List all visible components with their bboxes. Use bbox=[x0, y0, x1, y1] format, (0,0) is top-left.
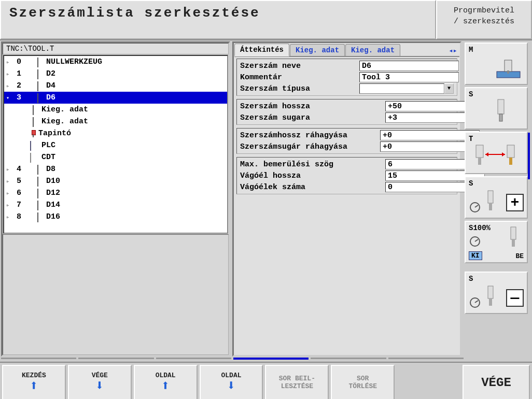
side-s-button[interactable]: S bbox=[465, 87, 528, 130]
expand-icon[interactable]: ▹ bbox=[6, 83, 11, 89]
side-s2-label: S bbox=[469, 179, 473, 188]
softkey-start[interactable]: KEZDÉS ⬆ bbox=[2, 365, 66, 399]
arrow-up-icon: ⬆ bbox=[30, 379, 38, 394]
tab-scroll-icon[interactable]: ◂▸ bbox=[446, 45, 459, 56]
softkey-insert-row[interactable]: SOR BEIL- LESZTÉSE bbox=[265, 365, 329, 399]
cut-count-label: Vágóélek száma bbox=[240, 183, 385, 192]
tree-row[interactable]: ▹0NULLWERKZEUG bbox=[4, 56, 227, 68]
softkey-vege[interactable]: VÉGE bbox=[463, 365, 530, 399]
side-m-button[interactable]: M bbox=[465, 42, 528, 85]
tree-row[interactable]: ▹1D2 bbox=[4, 68, 227, 80]
softkey-end[interactable]: VÉGE ⬇ bbox=[68, 365, 132, 399]
tool-number: 1 bbox=[17, 69, 35, 78]
tool-number: 8 bbox=[17, 212, 35, 221]
tool-name: D6 bbox=[46, 93, 55, 102]
svg-rect-1 bbox=[505, 60, 512, 72]
tree-row[interactable]: Tapintó bbox=[4, 127, 227, 139]
expand-icon[interactable]: ▹ bbox=[6, 214, 11, 220]
tool-number: 7 bbox=[17, 201, 35, 209]
tool-name: D2 bbox=[46, 69, 55, 78]
expand-icon[interactable]: ▾ bbox=[6, 95, 11, 101]
side-s-label: S bbox=[469, 90, 473, 98]
softkey-page-down[interactable]: OLDAL ⬇ bbox=[200, 365, 263, 399]
side-t-button[interactable]: T bbox=[465, 132, 528, 174]
svg-line-21 bbox=[475, 301, 478, 303]
tool-radius-label: Szerszám sugara bbox=[240, 113, 385, 122]
expand-icon[interactable]: ▹ bbox=[6, 59, 11, 65]
dial-icon bbox=[469, 296, 481, 309]
expand-icon[interactable]: ▹ bbox=[6, 71, 11, 77]
tool-name-field[interactable] bbox=[359, 61, 459, 71]
tool-number: 2 bbox=[17, 81, 35, 90]
side-s-minus-button[interactable]: S — bbox=[465, 272, 528, 314]
side-s100-button[interactable]: S100% KI BE bbox=[465, 221, 528, 263]
tree-row[interactable]: ▹6D12 bbox=[4, 187, 227, 199]
tree-row[interactable]: ▹4D8 bbox=[4, 163, 227, 175]
tree-row[interactable]: PLC bbox=[4, 139, 227, 151]
radius-oversize-label: Szerszámsugár ráhagyása bbox=[240, 142, 380, 151]
comment-label: Kommentár bbox=[240, 73, 359, 82]
comment-field[interactable] bbox=[359, 72, 459, 82]
svg-rect-23 bbox=[489, 298, 492, 306]
arrow-down-icon: ⬇ bbox=[227, 379, 236, 394]
svg-rect-7 bbox=[507, 145, 514, 158]
tool-name: Tapintó bbox=[38, 129, 71, 138]
empty-area bbox=[3, 234, 229, 355]
expand-icon[interactable]: ▹ bbox=[6, 166, 11, 173]
tab-overview[interactable]: Áttekintés bbox=[234, 44, 289, 56]
tree-row[interactable]: ▹5D10 bbox=[4, 175, 227, 187]
tool-number: 0 bbox=[17, 58, 35, 66]
softkey-page-up[interactable]: OLDAL ⬆ bbox=[134, 365, 198, 399]
arrow-down-icon: ⬇ bbox=[95, 379, 104, 394]
dropdown-icon[interactable]: ▼ bbox=[444, 83, 454, 94]
tool-tree[interactable]: ▹0NULLWERKZEUG▹1D2▹2D4▾3D6Kieg. adatKieg… bbox=[3, 55, 228, 234]
tree-row[interactable]: CDT bbox=[4, 151, 227, 163]
svg-rect-22 bbox=[488, 286, 493, 298]
minus-icon[interactable]: — bbox=[506, 289, 524, 307]
tree-row[interactable]: ▾3D6 bbox=[4, 92, 227, 104]
tree-row[interactable]: Kieg. adat bbox=[4, 116, 227, 127]
plus-icon[interactable]: + bbox=[506, 194, 524, 211]
tab-kieg1[interactable]: Kieg. adat bbox=[290, 44, 345, 56]
dial-icon bbox=[469, 201, 481, 213]
svg-rect-5 bbox=[476, 145, 483, 158]
side-s-plus-button[interactable]: S + bbox=[465, 176, 528, 219]
expand-icon[interactable]: ▹ bbox=[6, 178, 11, 184]
svg-line-17 bbox=[475, 239, 478, 241]
tool-change-icon bbox=[471, 140, 523, 171]
side-s100-label: S100% bbox=[469, 224, 491, 232]
softkey-delete-row[interactable]: SOR TÖRLÉSE bbox=[331, 365, 395, 399]
softkey-delete-label1: SOR bbox=[357, 375, 369, 382]
vege-label: VÉGE bbox=[481, 376, 511, 390]
blue-marker bbox=[528, 133, 530, 179]
tool-name: CDT bbox=[41, 153, 55, 162]
tree-row[interactable]: ▹7D14 bbox=[4, 199, 227, 211]
tree-row[interactable]: Kieg. adat bbox=[4, 104, 227, 116]
expand-icon[interactable]: ▹ bbox=[6, 190, 11, 196]
tool-length-label: Szerszám hossza bbox=[240, 102, 385, 111]
length-oversize-label: Szerszámhossz ráhagyása bbox=[240, 131, 380, 140]
tool-name: D10 bbox=[46, 177, 60, 186]
side-m-label: M bbox=[469, 46, 473, 54]
svg-marker-11 bbox=[502, 152, 505, 156]
tree-row[interactable]: ▹2D4 bbox=[4, 80, 227, 92]
expand-icon[interactable]: ▹ bbox=[6, 202, 11, 208]
tool-name: D8 bbox=[46, 165, 55, 174]
tree-row[interactable]: ▹8D16 bbox=[4, 211, 227, 223]
max-angle-label: Max. bemerülési szög bbox=[240, 160, 385, 169]
tool-name: Kieg. adat bbox=[41, 117, 88, 126]
svg-rect-3 bbox=[498, 99, 504, 114]
tool-icon bbox=[484, 284, 497, 310]
svg-rect-6 bbox=[478, 158, 481, 165]
dial-icon bbox=[469, 235, 481, 248]
tool-name: D14 bbox=[46, 201, 60, 209]
tool-name: PLC bbox=[41, 141, 55, 150]
tab-kieg2[interactable]: Kieg. adat bbox=[345, 44, 400, 56]
svg-rect-18 bbox=[511, 227, 516, 239]
be-indicator: BE bbox=[515, 252, 524, 260]
tool-number: 6 bbox=[17, 189, 35, 197]
tool-name: NULLWERKZEUG bbox=[46, 58, 102, 66]
arrow-up-icon: ⬆ bbox=[161, 379, 170, 394]
tool-name: D12 bbox=[46, 189, 60, 197]
tool-type-select[interactable] bbox=[359, 83, 444, 94]
